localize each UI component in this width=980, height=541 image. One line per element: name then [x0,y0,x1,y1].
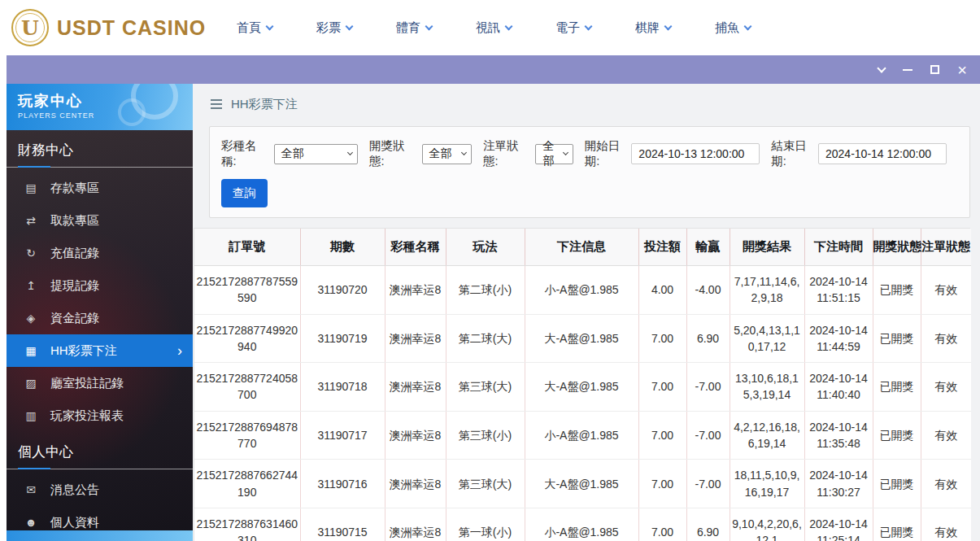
table-cell: 有效 [921,460,971,508]
sidebar-item-label: 充值記錄 [50,246,99,261]
close-icon[interactable]: × [957,64,967,76]
table-cell: 澳洲幸运8 [385,508,446,541]
table-row: 215217288763146031031190715澳洲幸运8第一球(小)小-… [194,508,971,541]
sidebar-item-label: 廳室投註記錄 [50,376,124,391]
nav-item-cards[interactable]: 棋牌 [613,0,693,55]
chevron-down-icon [563,150,568,155]
table-row: 215217288769487877031190717澳洲幸运8第三球(小)小-… [194,411,971,460]
order-status-label: 注單狀態: [483,138,531,169]
table-cell: 小-A盤@1.985 [525,508,638,541]
table-cell: 6.90 [686,508,730,541]
table-cell: 31190716 [300,460,385,508]
nav-item-lottery[interactable]: 彩票 [294,0,374,55]
sidebar-item-label: 資金記錄 [50,311,99,326]
table-header-cell: 期數 [300,229,385,266]
brand-logo[interactable]: U USDT CASINO [0,9,210,46]
table-cell: 第一球(小) [446,508,525,541]
window-body: 玩家中心 PLAYERS CENTER 財務中心▤存款專區⇄取款專區↻充值記錄↥… [7,84,980,541]
filter-panel: 彩種名稱: 全部 開獎狀態: 全部 注單狀態 [209,126,970,218]
nav-item-fishing[interactable]: 捕魚 [693,0,773,55]
chevron-down-icon [347,150,353,155]
chevron-down-icon [346,22,354,30]
table-cell: 7.00 [638,508,686,541]
table-cell: 第二球(小) [446,266,525,315]
table-cell: -7.00 [686,411,730,460]
order-status-select-value: 全部 [542,139,559,168]
sidebar-section-label: 財務中心 [7,130,193,168]
table-cell: -7.00 [686,460,730,508]
sidebar-item-withdraw-record[interactable]: ↥提現記錄 [7,269,193,302]
end-date-input[interactable] [818,143,947,164]
table-cell: 已開獎 [873,460,921,508]
chevron-down-icon [505,22,513,30]
nav-item-sports[interactable]: 體育 [374,0,454,55]
table-cell: 7.00 [638,411,686,460]
sidebar-section-label: 個人中心 [7,432,193,469]
order-status-select[interactable]: 全部 [535,144,573,164]
table-cell: 2152172887694878770 [194,411,300,460]
table-row: 215217288774992094031190719澳洲幸运8第二球(大)大-… [194,314,971,363]
sidebar-item-label: 個人資料 [50,515,99,530]
player-report-icon: ▥ [24,409,38,422]
lottery-name-select[interactable]: 全部 [274,144,358,164]
lottery-bet-icon: ▦ [24,344,38,357]
top-header: U USDT CASINO 首頁彩票體育視訊電子棋牌捕魚 [0,0,980,55]
window-titlebar: × [7,55,980,84]
table-cell: -4.00 [686,266,730,315]
table-cell: 31190719 [300,314,385,363]
nav-item-label: 電子 [555,20,580,36]
sidebar-item-hh-lottery-bet[interactable]: ▦HH彩票下注› [7,334,193,367]
sidebar-item-player-bet-report[interactable]: ▥玩家投注報表 [7,399,193,432]
withdraw-record-icon: ↥ [24,279,38,292]
sidebar-item-recharge-record[interactable]: ↻充值記錄 [7,237,193,269]
start-date-input[interactable] [631,143,760,164]
sidebar-item-messages[interactable]: ✉消息公告 [7,473,193,506]
minimize-icon[interactable] [903,69,912,71]
draw-status-label: 開獎狀態: [369,138,417,169]
table-header-cell: 下注信息 [525,229,638,266]
sidebar-item-withdraw[interactable]: ⇄取款專區 [7,204,193,237]
table-cell: 已開獎 [873,508,921,541]
nav-item-slots[interactable]: 電子 [534,0,613,55]
lottery-name-label: 彩種名稱: [221,138,269,169]
table-cell: 澳洲幸运8 [385,363,446,412]
sidebar-item-label: 玩家投注報表 [50,408,124,424]
sidebar-item-hall-bet-record[interactable]: ▨廳室投註記錄 [7,367,193,399]
table-cell: 2152172887631460310 [194,508,300,541]
table-cell: 2024-10-14 11:25:14 [804,508,873,541]
table-header-cell: 輸贏 [686,229,730,266]
sidebar-item-label: 存款專區 [50,181,99,196]
window-controls: × [878,64,980,76]
table-cell: 31190715 [300,508,385,541]
chevron-down-icon [461,150,467,155]
table-cell: 已開獎 [873,363,921,412]
draw-status-select-value: 全部 [429,146,452,161]
table-cell: 2152172887787559590 [194,266,300,315]
table-cell: 有效 [921,363,971,412]
table-cell: 7.00 [638,363,686,412]
table-header-cell: 彩種名稱 [385,229,446,266]
end-date-filter: 結束日期: [771,138,947,169]
sidebar-item-funds-record[interactable]: ◈資金記錄 [7,302,193,334]
chevron-down-icon [266,22,274,30]
players-center-subtitle: PLAYERS CENTER [18,111,193,120]
sidebar-item-deposit[interactable]: ▤存款專區 [7,172,193,204]
nav-item-home[interactable]: 首頁 [215,0,294,55]
search-button[interactable]: 查詢 [221,179,268,207]
draw-status-select[interactable]: 全部 [422,144,472,164]
deposit-icon: ▤ [24,181,38,194]
lottery-name-filter: 彩種名稱: 全部 [221,138,358,169]
nav-item-video[interactable]: 視訊 [454,0,534,55]
table-cell: 7.00 [638,460,686,508]
table-header-cell: 投注額 [638,229,686,266]
chevron-down-icon[interactable] [878,63,886,72]
brand-name: USDT CASINO [57,16,206,40]
sidebar-item-profile[interactable]: ☻個人資料 [7,506,193,530]
chevron-down-icon [425,22,433,30]
sidebar: 玩家中心 PLAYERS CENTER 財務中心▤存款專區⇄取款專區↻充值記錄↥… [7,84,193,541]
table-cell: 2024-10-14 11:35:48 [804,411,873,460]
table-row: 215217288766274419031190716澳洲幸运8第三球(大)大-… [194,460,971,508]
lottery-name-select-value: 全部 [281,146,304,161]
table-header-cell: 玩法 [446,229,525,266]
maximize-icon[interactable] [930,65,939,74]
